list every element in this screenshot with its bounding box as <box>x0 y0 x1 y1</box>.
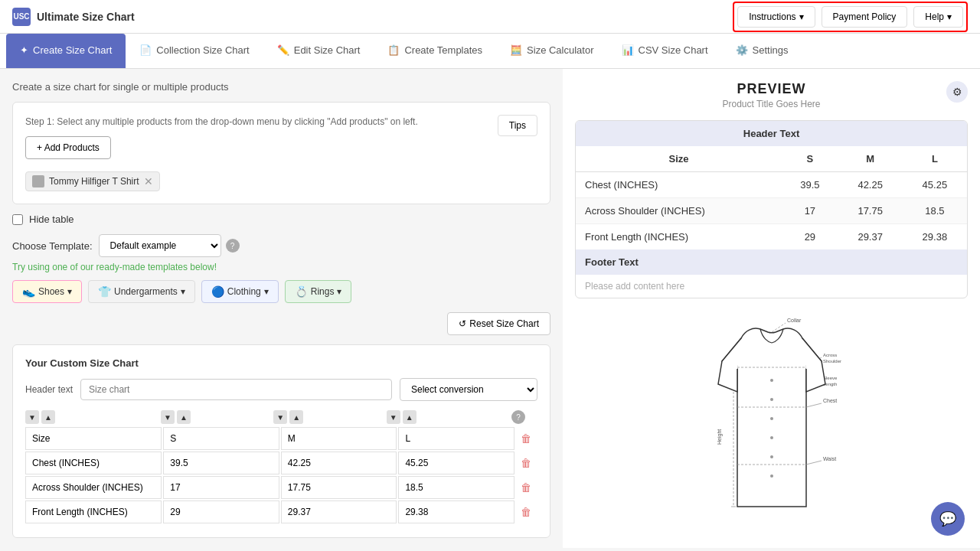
template-chips: 👟 Shoes ▾ 👕 Undergarments ▾ 🔵 Clothing ▾… <box>12 280 550 303</box>
chat-bubble-button[interactable]: 💬 <box>931 502 965 536</box>
header-text-input[interactable] <box>80 379 392 400</box>
row1-delete[interactable]: 🗑 <box>514 481 537 494</box>
svg-text:Shoulder: Shoulder <box>823 359 841 364</box>
main-layout: Create a size chart for single or multip… <box>0 69 980 548</box>
row2-label[interactable] <box>25 500 162 523</box>
payment-policy-button[interactable]: Payment Policy <box>822 6 908 28</box>
app-icon: USC <box>12 8 31 26</box>
row0-s[interactable] <box>163 452 279 474</box>
svg-text:Collar: Collar <box>787 318 802 323</box>
dropdown-icon: ▾ <box>799 11 804 22</box>
table-help-button[interactable]: ? <box>511 410 525 424</box>
col0-up-btn[interactable]: ▲ <box>41 410 55 424</box>
row1-l[interactable] <box>398 476 514 499</box>
row0-delete[interactable]: 🗑 <box>514 457 537 469</box>
template-select[interactable]: Default example <box>99 234 221 257</box>
app-title: USC Ultimate Size Chart <box>12 8 135 26</box>
svg-point-25 <box>770 455 773 458</box>
left-panel: Create a size chart for single or multip… <box>0 69 563 548</box>
col-header-s[interactable] <box>163 427 279 450</box>
next-arrow-button[interactable]: → <box>778 543 802 548</box>
svg-text:Sleeve: Sleeve <box>823 376 838 380</box>
row1-m[interactable] <box>281 476 397 499</box>
table-row-2: 🗑 <box>25 500 537 523</box>
tips-button[interactable]: Tips <box>498 115 537 136</box>
row2-delete[interactable]: 🗑 <box>514 506 537 518</box>
svg-text:Waist: Waist <box>823 456 836 461</box>
col1-up-btn[interactable]: ▲ <box>177 410 191 424</box>
conversion-select[interactable]: Select conversion <box>400 378 537 401</box>
row2-s[interactable] <box>163 500 279 523</box>
col0-down-btn[interactable]: ▼ <box>25 410 39 424</box>
row0-l[interactable] <box>398 452 514 474</box>
create-icon: ✦ <box>20 44 28 56</box>
shoes-icon: 👟 <box>22 285 35 298</box>
tab-settings[interactable]: ⚙️ Settings <box>722 34 802 68</box>
chip-rings[interactable]: 💍 Rings ▾ <box>285 280 352 303</box>
row2-l[interactable] <box>398 500 514 523</box>
col3-down-btn[interactable]: ▼ <box>387 410 400 424</box>
col-header-size[interactable] <box>25 427 162 450</box>
reset-icon: ↺ <box>459 318 466 329</box>
preview-table: Header Text Size S M L Chest (INCHES) 39… <box>576 121 967 249</box>
preview-row-2: Front Length (INCHES) 29 29.37 29.38 <box>576 224 967 250</box>
row2-m[interactable] <box>281 500 397 523</box>
tab-collection-size-chart[interactable]: 📄 Collection Size Chart <box>126 34 263 68</box>
table-header-row: 🗑 <box>25 427 537 450</box>
chip-shoes[interactable]: 👟 Shoes ▾ <box>12 280 82 303</box>
shirt-svg: Collar Across Shoulder Chest Sleeve Leng… <box>688 315 856 530</box>
clothing-icon: 🔵 <box>211 285 224 298</box>
calculator-icon: 🧮 <box>510 44 522 56</box>
header-input-row: Header text Select conversion <box>25 378 537 401</box>
custom-chart-title: Your Custom Size Chart <box>25 357 537 369</box>
row0-label[interactable] <box>25 452 162 474</box>
preview-row-1: Across Shoulder (INCHES) 17 17.75 18.5 <box>576 198 967 224</box>
custom-chart-box: Your Custom Size Chart Header text Selec… <box>12 344 550 538</box>
chip-undergarments[interactable]: 👕 Undergarments ▾ <box>88 280 195 303</box>
hide-table-row: Hide table <box>12 214 550 225</box>
preview-product-title: Product Title Goes Here <box>575 99 968 109</box>
hide-table-checkbox[interactable] <box>12 214 23 225</box>
template-help-button[interactable]: ? <box>226 239 240 253</box>
remove-product-button[interactable]: ✕ <box>144 176 153 187</box>
preview-footer-text: Footer Text <box>576 249 967 275</box>
template-label: Choose Template: <box>12 240 93 252</box>
nav-tabs: ✦ Create Size Chart 📄 Collection Size Ch… <box>0 34 980 69</box>
template-select-wrap: Default example ? <box>99 234 240 257</box>
rings-dropdown-icon: ▾ <box>337 286 341 297</box>
svg-text:Chest: Chest <box>823 398 837 403</box>
tab-csv-size-chart[interactable]: 📊 CSV Size Chart <box>608 34 722 68</box>
clothing-dropdown-icon: ▾ <box>264 286 269 297</box>
tab-create-templates[interactable]: 📋 Create Templates <box>374 34 496 68</box>
tab-edit-size-chart[interactable]: ✏️ Edit Size Chart <box>263 34 374 68</box>
svg-point-23 <box>770 417 773 420</box>
chip-clothing[interactable]: 🔵 Clothing ▾ <box>201 280 279 303</box>
tab-size-calculator[interactable]: 🧮 Size Calculator <box>496 34 607 68</box>
settings-gear-button[interactable]: ⚙ <box>946 81 968 103</box>
prev-arrow-button[interactable]: ← <box>741 543 766 548</box>
help-button[interactable]: Help ▾ <box>913 6 963 28</box>
col3-up-btn[interactable]: ▲ <box>403 410 416 424</box>
header-inputs <box>25 427 514 450</box>
templates-icon: 📋 <box>387 44 400 56</box>
col-controls-row: ▼ ▲ ▼ ▲ ▼ ▲ ▼ ▲ <box>25 410 537 424</box>
reset-size-chart-button[interactable]: ↺ Reset Size Chart <box>447 312 550 335</box>
col-header-l[interactable] <box>398 427 514 450</box>
col-header-m[interactable] <box>281 427 397 450</box>
row1-s[interactable] <box>163 476 279 499</box>
instructions-button[interactable]: Instructions ▾ <box>737 6 815 28</box>
tab-create-size-chart[interactable]: ✦ Create Size Chart <box>6 34 126 68</box>
row1-label[interactable] <box>25 476 162 499</box>
page-subtitle: Create a size chart for single or multip… <box>12 81 550 93</box>
header-delete[interactable]: 🗑 <box>514 432 537 445</box>
col2-up-btn[interactable]: ▲ <box>289 410 303 424</box>
col1-down-btn[interactable]: ▼ <box>161 410 175 424</box>
product-thumbnail <box>32 175 44 187</box>
step1-text: Step 1: Select any multiple products fro… <box>25 116 418 127</box>
col2-down-btn[interactable]: ▼ <box>273 410 287 424</box>
add-products-button[interactable]: + Add Products <box>25 136 111 159</box>
row0-m[interactable] <box>281 452 397 474</box>
undergarments-icon: 👕 <box>98 285 111 298</box>
csv-icon: 📊 <box>622 44 634 56</box>
shoes-dropdown-icon: ▾ <box>67 286 72 297</box>
